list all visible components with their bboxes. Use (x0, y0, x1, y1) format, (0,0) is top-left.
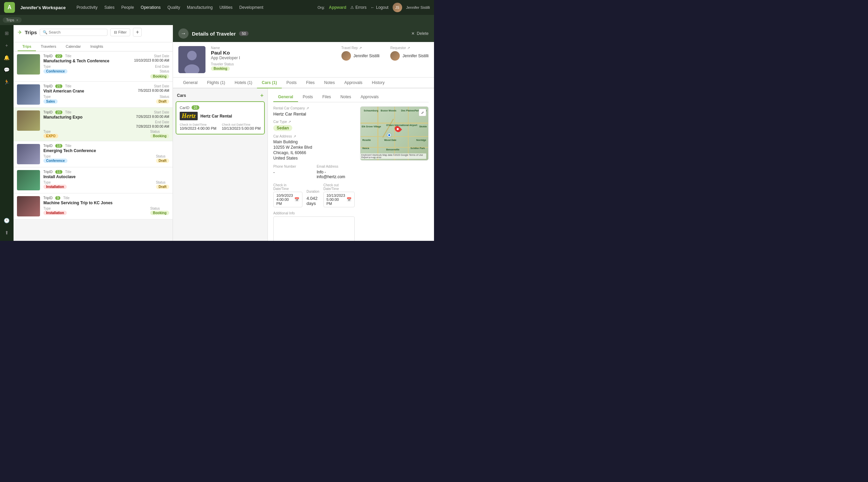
logout-button[interactable]: ← Logout (371, 5, 389, 10)
sidebar-plus-icon[interactable]: + (1, 40, 12, 51)
tab-cars[interactable]: Cars (1) (257, 78, 282, 88)
delete-label: Delete (417, 31, 429, 36)
car-detail-content: Rental Car Company ↗ Hertz Car Rental Ca… (273, 106, 429, 241)
detail-header: → Details of Traveler 50 ✕ Delete (173, 25, 434, 42)
requestor-name: Jennifer Sistilli (402, 54, 429, 58)
trip-thumbnail (17, 196, 40, 216)
car-type-link-icon[interactable]: ↗ (288, 120, 291, 124)
email-field: Email Address Info - info@hertz.com (317, 165, 355, 179)
trip-id-badge: 21 (55, 84, 62, 88)
sidebar-clock-icon[interactable]: 🕐 (1, 215, 12, 226)
cars-section: Cars + CarID 16 Hertz Hertz Car Rental (173, 88, 434, 241)
trip-item[interactable]: TripID 9 Title Machine Servicing Trip to… (14, 193, 173, 219)
trip-title: Machine Servicing Trip to KC Jones (43, 201, 169, 205)
rep-section: Travel Rep ↗ Jennifer Sistilli Requestor… (341, 46, 429, 61)
sidebar-bell-icon[interactable]: 🔔 (1, 52, 12, 63)
filter-button[interactable]: ⊟ Filter (110, 28, 130, 36)
nav-operations[interactable]: Operations (138, 4, 163, 11)
nav-sales[interactable]: Sales (102, 4, 117, 11)
detail-arrow-button[interactable]: → (178, 28, 189, 39)
trip-item[interactable]: TripID 21 Title Start Date Visit America… (14, 82, 173, 108)
tab-history[interactable]: History (367, 78, 389, 88)
check-out-item: Check out Date\Time 10/13/2023 5:00:00 P… (222, 123, 260, 130)
travel-rep-label: Travel Rep ↗ (341, 46, 380, 50)
requestor-avatar (390, 51, 400, 61)
nav-right: Org: Appward ⚠ Errors ← Logout JS Jennif… (318, 3, 430, 12)
check-in-label: Check In Date\Time (180, 123, 216, 126)
car-address-field: Car Address ↗ Main Building 10255 W Zemk… (273, 134, 355, 161)
trips-header: ✈ Trips 🔍 ⊟ Filter + (14, 25, 173, 42)
sidebar-upload-icon[interactable]: ⬆ (1, 227, 12, 238)
trips-tab-chip[interactable]: Trips × (3, 17, 22, 23)
map-expand-button[interactable]: ⤢ (419, 109, 426, 116)
nav-utilities[interactable]: Utilities (217, 4, 235, 11)
tab-general[interactable]: General (178, 78, 202, 88)
car-date-row: Check In Date\Time 10/9/2023 4:00:00 PM … (180, 123, 261, 130)
tab-files[interactable]: Files (301, 78, 319, 88)
tab-close-icon[interactable]: × (16, 18, 18, 22)
sidebar-chat-icon[interactable]: 💬 (1, 64, 12, 75)
user-avatar[interactable]: JS (393, 3, 402, 12)
cars-add-icon[interactable]: + (260, 92, 263, 99)
travel-rep-name: Jennifer Sistilli (354, 54, 380, 58)
nav-manufacturing[interactable]: Manufacturing (184, 4, 215, 11)
trip-list: TripID 22 Title Start Date Manufacturing… (14, 51, 173, 241)
car-address-link-icon[interactable]: ↗ (293, 134, 296, 138)
car-tab-files[interactable]: Files (318, 92, 336, 102)
trip-item[interactable]: TripID 19 Title Emerging Tech Conference… (14, 141, 173, 167)
car-dates: Check In Date\Time 10/9/2023 4:00:00 PM … (180, 123, 261, 130)
requestor-item: Requestor ↗ Jennifer Sistilli (390, 46, 429, 61)
tab-hotels[interactable]: Hotels (1) (230, 78, 257, 88)
tab-bar: Trips × (0, 15, 434, 25)
sub-tab-trips[interactable]: Trips (18, 42, 36, 51)
map-area-label: Schiller Park (411, 147, 425, 149)
additional-info-box[interactable] (273, 216, 355, 241)
requestor-link-icon[interactable]: ↗ (407, 46, 410, 50)
nav-development[interactable]: Development (237, 4, 266, 11)
car-tab-notes[interactable]: Notes (336, 92, 356, 102)
car-detail-left: Rental Car Company ↗ Hertz Car Rental Ca… (273, 106, 355, 241)
tab-approvals[interactable]: Approvals (339, 78, 367, 88)
car-tab-posts[interactable]: Posts (298, 92, 318, 102)
detail-count-badge: 50 (239, 31, 249, 36)
trip-item[interactable]: TripID 20 Title Start Date Manufacturing… (14, 108, 173, 141)
car-tab-general[interactable]: General (273, 92, 298, 102)
requestor-label: Requestor ↗ (390, 46, 429, 50)
add-trip-button[interactable]: + (133, 28, 142, 37)
trip-item[interactable]: TripID 11 Title Install Autoclave Type I… (14, 167, 173, 193)
trip-status-badge: Booking (150, 134, 169, 138)
sub-tab-insights[interactable]: Insights (85, 42, 108, 51)
sub-tab-travelers[interactable]: Travelers (36, 42, 61, 51)
checkout-date-input[interactable]: 10/13/2023 5:00:00 PM 📅 (323, 192, 355, 207)
car-tab-approvals[interactable]: Approvals (356, 92, 383, 102)
checkout-calendar-icon[interactable]: 📅 (347, 197, 352, 202)
nav-productivity[interactable]: Productivity (74, 4, 100, 11)
car-card[interactable]: CarID 16 Hertz Hertz Car Rental Check In… (176, 101, 265, 134)
search-input[interactable] (49, 30, 104, 34)
travel-rep-avatar (341, 51, 351, 61)
map-road (394, 107, 395, 160)
sub-tab-calendar[interactable]: Calendar (61, 42, 86, 51)
tab-posts[interactable]: Posts (282, 78, 301, 88)
sidebar-grid-icon[interactable]: ⊞ (1, 28, 12, 39)
content-area: ✈ Trips 🔍 ⊟ Filter + Trips Travelers (14, 25, 434, 241)
travel-rep-link-icon[interactable]: ↗ (359, 46, 362, 50)
rental-company-name: Hertz Car Rental (200, 114, 232, 119)
sidebar-run-icon[interactable]: 🏃 (1, 77, 12, 87)
app-logo[interactable]: A (4, 2, 15, 13)
trip-info: TripID 9 Title Machine Servicing Trip to… (43, 196, 169, 216)
detail-header-left: → Details of Traveler 50 (178, 28, 249, 39)
trip-item[interactable]: TripID 22 Title Start Date Manufacturing… (14, 51, 173, 82)
tab-notes[interactable]: Notes (319, 78, 339, 88)
nav-people[interactable]: People (119, 4, 137, 11)
nav-quality[interactable]: Quality (165, 4, 183, 11)
checkin-calendar-icon[interactable]: 📅 (294, 197, 299, 202)
tab-flights[interactable]: Flights (1) (202, 78, 230, 88)
rental-company-link-icon[interactable]: ↗ (306, 106, 309, 110)
detail-close-button[interactable]: ✕ Delete (411, 31, 429, 36)
duration-label: Duration (307, 190, 319, 193)
checkin-date-input[interactable]: 10/9/2023 4:00:00 PM 📅 (273, 192, 302, 207)
errors-button[interactable]: ⚠ Errors (350, 5, 367, 10)
trip-id-badge: 11 (55, 170, 62, 174)
close-x-icon: ✕ (411, 31, 415, 36)
